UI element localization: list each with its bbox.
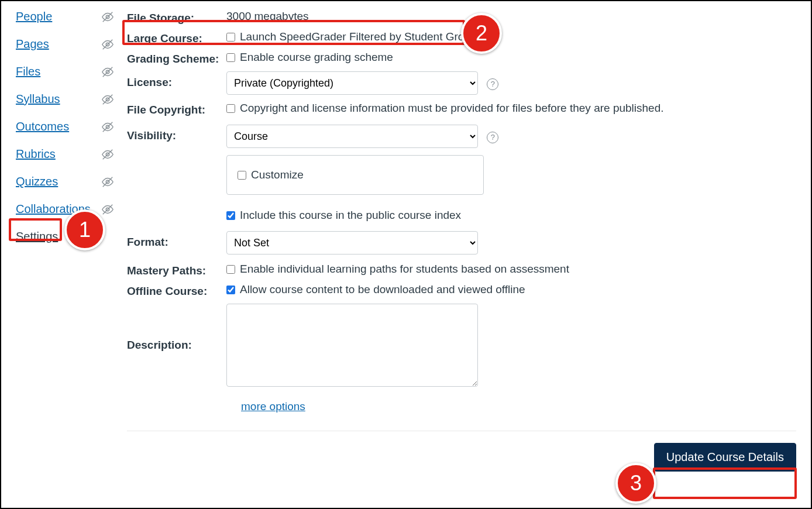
help-icon[interactable]: ? <box>487 78 498 90</box>
large-course-row: Large Course: Launch SpeedGrader Filtere… <box>127 30 796 45</box>
customize-checkbox[interactable] <box>238 171 246 180</box>
nav-link[interactable]: Pages <box>16 37 49 51</box>
large-course-label: Large Course: <box>127 30 226 45</box>
nav-item-people[interactable]: People <box>16 10 118 23</box>
offline-label: Offline Course: <box>127 283 226 298</box>
visibility-row: Visibility: Course ? Customize Include t… <box>127 125 796 222</box>
format-select[interactable]: Not Set <box>226 231 478 254</box>
grading-scheme-checkbox[interactable] <box>226 53 235 62</box>
hidden-eye-icon <box>101 203 114 216</box>
mastery-option-text: Enable individual learning paths for stu… <box>240 263 569 276</box>
format-row: Format: Not Set <box>127 231 796 254</box>
update-course-details-button[interactable]: Update Course Details <box>654 443 796 472</box>
nav-item-settings[interactable]: Settings <box>16 230 118 243</box>
nav-link[interactable]: Syllabus <box>16 92 60 106</box>
file-storage-label: File Storage: <box>127 10 226 25</box>
format-label: Format: <box>127 231 226 249</box>
hidden-eye-icon <box>101 121 114 133</box>
license-row: License: Private (Copyrighted) ? <box>127 71 796 95</box>
include-public-index-checkbox[interactable] <box>226 211 235 220</box>
callout-box-3 <box>653 467 797 499</box>
nav-item-rubrics[interactable]: Rubrics <box>16 147 118 161</box>
nav-link[interactable]: Outcomes <box>16 120 69 133</box>
nav-link[interactable]: Rubrics <box>16 147 56 161</box>
hidden-eye-icon <box>101 38 114 51</box>
offline-row: Offline Course: Allow course content to … <box>127 283 796 298</box>
course-nav: People Pages Files Syllabus Outcomes Rub… <box>1 7 118 472</box>
nav-link[interactable]: People <box>16 10 52 23</box>
nav-item-pages[interactable]: Pages <box>16 37 118 51</box>
grading-scheme-option-text: Enable course grading scheme <box>240 51 393 64</box>
hidden-eye-icon <box>101 176 114 188</box>
grading-scheme-label: Grading Scheme: <box>127 51 226 66</box>
mastery-checkbox[interactable] <box>226 265 235 274</box>
hidden-eye-icon <box>101 11 114 23</box>
hidden-eye-icon <box>101 93 114 106</box>
nav-item-outcomes[interactable]: Outcomes <box>16 120 118 133</box>
description-label: Description: <box>127 304 226 352</box>
large-course-option-text: Launch SpeedGrader Filtered by Student G… <box>240 30 477 43</box>
customize-label: Customize <box>251 168 304 181</box>
offline-checkbox[interactable] <box>226 286 235 294</box>
hidden-eye-icon <box>101 66 114 78</box>
visibility-select[interactable]: Course <box>226 125 478 148</box>
visibility-label: Visibility: <box>127 125 226 142</box>
license-label: License: <box>127 71 226 89</box>
customize-box: Customize <box>226 155 484 195</box>
file-storage-row: File Storage: 3000 megabytes <box>127 10 796 25</box>
nav-item-files[interactable]: Files <box>16 65 118 78</box>
nav-item-quizzes[interactable]: Quizzes <box>16 175 118 188</box>
offline-option-text: Allow course content to be downloaded an… <box>240 283 525 296</box>
nav-item-syllabus[interactable]: Syllabus <box>16 92 118 106</box>
file-storage-value: 3000 megabytes <box>226 10 796 23</box>
file-copyright-option-text: Copyright and license information must b… <box>240 102 664 115</box>
grading-scheme-row: Grading Scheme: Enable course grading sc… <box>127 51 796 66</box>
nav-link-active[interactable]: Settings <box>16 230 58 243</box>
file-copyright-label: File Copyright: <box>127 102 226 116</box>
mastery-row: Mastery Paths: Enable individual learnin… <box>127 263 796 277</box>
description-textarea[interactable] <box>226 304 478 387</box>
description-row: Description: more options <box>127 304 796 413</box>
course-settings-form: File Storage: 3000 megabytes Large Cours… <box>118 7 811 472</box>
hidden-eye-icon <box>101 148 114 161</box>
nav-item-collaborations[interactable]: Collaborations <box>16 202 118 216</box>
file-copyright-row: File Copyright: Copyright and license in… <box>127 102 796 116</box>
divider <box>127 431 796 431</box>
nav-link[interactable]: Collaborations <box>16 202 91 216</box>
nav-link[interactable]: Files <box>16 65 40 78</box>
nav-link[interactable]: Quizzes <box>16 175 58 188</box>
large-course-checkbox[interactable] <box>226 33 235 42</box>
license-select[interactable]: Private (Copyrighted) <box>226 71 478 95</box>
file-copyright-checkbox[interactable] <box>226 104 235 113</box>
help-icon[interactable]: ? <box>487 132 498 143</box>
more-options-link[interactable]: more options <box>241 400 305 412</box>
include-public-index-text: Include this course in the public course… <box>240 209 461 222</box>
mastery-label: Mastery Paths: <box>127 263 226 277</box>
